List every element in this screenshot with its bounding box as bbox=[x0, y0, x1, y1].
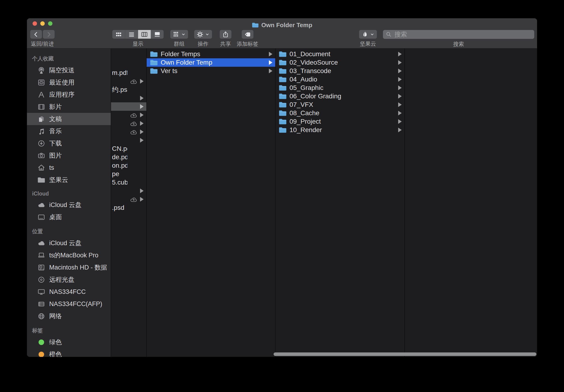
back-chevron-icon bbox=[33, 31, 40, 38]
folder-row[interactable]: Ver ts bbox=[147, 67, 275, 75]
folder-row[interactable]: 01_Document bbox=[275, 50, 405, 58]
sidebar-item[interactable]: Macintosh HD - 数据 bbox=[27, 261, 111, 274]
sidebar-item[interactable]: 绿色 bbox=[27, 336, 111, 348]
sidebar-item-label: iCloud 云盘 bbox=[49, 239, 82, 247]
folder-row[interactable]: Own Folder Temp bbox=[147, 58, 275, 67]
nutstore-button[interactable] bbox=[359, 30, 377, 39]
sidebar-section-items: iCloud 云盘 ts的MacBook Pro Macintosh HD - … bbox=[27, 237, 111, 322]
file-row[interactable]: de.pdf bbox=[111, 153, 146, 161]
back-forward-label: 返回/前进 bbox=[31, 40, 54, 48]
home-icon bbox=[37, 164, 46, 172]
sidebar-item[interactable]: iCloud 云盘 bbox=[27, 199, 111, 211]
folder-name: Own Folder Temp bbox=[161, 59, 266, 66]
sidebar-item[interactable]: ts的MacBook Pro bbox=[27, 249, 111, 261]
sidebar-item-label: 远程光盘 bbox=[49, 275, 74, 284]
sidebar-item[interactable]: 影片 bbox=[27, 101, 111, 113]
folder-row[interactable]: 08_Cache bbox=[275, 109, 405, 117]
file-row[interactable]: CN.pdf bbox=[111, 144, 146, 153]
sidebar-item[interactable]: NAS334FCC bbox=[27, 286, 111, 298]
sidebar-item-label: 影片 bbox=[49, 103, 62, 111]
group-by-button[interactable] bbox=[170, 30, 188, 39]
folder-row[interactable]: 06_Color Grading bbox=[275, 92, 405, 100]
sidebar-item[interactable]: 远程光盘 bbox=[27, 274, 111, 286]
file-row[interactable]: pe bbox=[111, 170, 146, 178]
zoom-button[interactable] bbox=[48, 21, 53, 26]
file-row[interactable] bbox=[111, 102, 146, 111]
folder-icon bbox=[150, 59, 158, 66]
file-row[interactable]: 约.psd bbox=[111, 85, 146, 94]
column-empty bbox=[405, 48, 537, 357]
folder-row[interactable]: 05_Graphic bbox=[275, 84, 405, 92]
disclosure-arrow-icon bbox=[140, 129, 143, 134]
sidebar-item[interactable]: iCloud 云盘 bbox=[27, 237, 111, 249]
file-row[interactable]: on.pdf bbox=[111, 161, 146, 170]
sidebar-section-title: 位置 bbox=[32, 228, 111, 235]
disclosure-arrow-icon bbox=[398, 77, 402, 82]
sidebar-item[interactable]: 文稿 bbox=[27, 113, 111, 125]
search-group: 搜索 bbox=[383, 30, 534, 48]
file-row[interactable] bbox=[111, 77, 146, 85]
view-label: 显示 bbox=[133, 40, 143, 48]
file-row[interactable] bbox=[111, 94, 146, 102]
sidebar-item[interactable]: NAS334FCC(AFP) bbox=[27, 298, 111, 310]
view-icons-button[interactable] bbox=[113, 30, 125, 39]
view-columns-button[interactable] bbox=[138, 30, 151, 39]
search-field[interactable] bbox=[383, 30, 534, 39]
file-row[interactable]: .psd bbox=[111, 204, 146, 212]
sidebar-section-title: 标签 bbox=[32, 327, 111, 334]
sidebar-item[interactable]: 最近使用 bbox=[27, 76, 111, 88]
action-button[interactable] bbox=[194, 30, 212, 39]
folder-icon bbox=[279, 93, 287, 99]
file-row[interactable] bbox=[111, 128, 146, 136]
folder-row[interactable]: 07_VFX bbox=[275, 100, 405, 109]
share-button[interactable] bbox=[220, 30, 231, 39]
cloud-download-icon bbox=[129, 112, 138, 118]
sidebar-item-label: 音乐 bbox=[49, 127, 62, 135]
nutstore-label: 坚果云 bbox=[360, 40, 376, 48]
file-row[interactable]: 5.cube bbox=[111, 178, 146, 187]
minimize-button[interactable] bbox=[40, 21, 45, 26]
folder-row[interactable]: Folder Temps bbox=[147, 50, 275, 58]
horizontal-scrollbar-thumb[interactable] bbox=[274, 352, 536, 356]
file-row[interactable] bbox=[111, 195, 146, 204]
file-row[interactable] bbox=[111, 187, 146, 195]
file-row[interactable] bbox=[111, 136, 146, 144]
folder-name: 06_Color Grading bbox=[290, 93, 395, 100]
group-by-group: 群组 bbox=[170, 30, 188, 48]
titlebar[interactable]: Own Folder Temp bbox=[27, 18, 537, 28]
folder-row[interactable]: 02_VideoSource bbox=[275, 58, 405, 67]
sidebar-item[interactable]: 桌面 bbox=[27, 211, 111, 223]
folder-row[interactable]: 04_Audio bbox=[275, 75, 405, 84]
applications-icon bbox=[37, 91, 46, 98]
forward-button[interactable] bbox=[43, 30, 55, 39]
close-button[interactable] bbox=[33, 21, 37, 26]
sidebar-item[interactable]: 橙色 bbox=[27, 348, 111, 357]
sidebar-item[interactable]: 音乐 bbox=[27, 125, 111, 137]
folder-name: 04_Audio bbox=[290, 76, 395, 83]
file-row[interactable] bbox=[111, 119, 146, 128]
sidebar-item[interactable]: 隔空投送 bbox=[27, 64, 111, 76]
search-input[interactable] bbox=[394, 31, 531, 38]
file-row[interactable] bbox=[111, 111, 146, 119]
view-gallery-button[interactable] bbox=[151, 30, 164, 39]
file-name: .psd bbox=[112, 204, 127, 211]
sidebar-item[interactable]: 应用程序 bbox=[27, 88, 111, 101]
add-tag-button[interactable] bbox=[242, 30, 254, 39]
file-name: de.pdf bbox=[112, 153, 127, 161]
sidebar-item[interactable]: ts bbox=[27, 162, 111, 174]
movies-icon bbox=[37, 103, 46, 111]
sidebar-item[interactable]: 网络 bbox=[27, 310, 111, 322]
sidebar-item[interactable]: 图片 bbox=[27, 149, 111, 162]
music-icon bbox=[37, 127, 46, 135]
back-button[interactable] bbox=[30, 30, 42, 39]
folder-row[interactable]: 09_Project bbox=[275, 117, 405, 126]
sidebar-item[interactable]: 下载 bbox=[27, 137, 111, 149]
folder-icon bbox=[279, 84, 287, 91]
view-list-button[interactable] bbox=[125, 30, 138, 39]
share-label: 共享 bbox=[220, 40, 231, 48]
folder-row[interactable]: 10_Render bbox=[275, 126, 405, 134]
folder-row[interactable]: 03_Transcode bbox=[275, 67, 405, 75]
list-view-icon bbox=[128, 31, 135, 38]
file-row[interactable]: m.pdf bbox=[111, 69, 146, 77]
sidebar-item[interactable]: 坚果云 bbox=[27, 174, 111, 186]
